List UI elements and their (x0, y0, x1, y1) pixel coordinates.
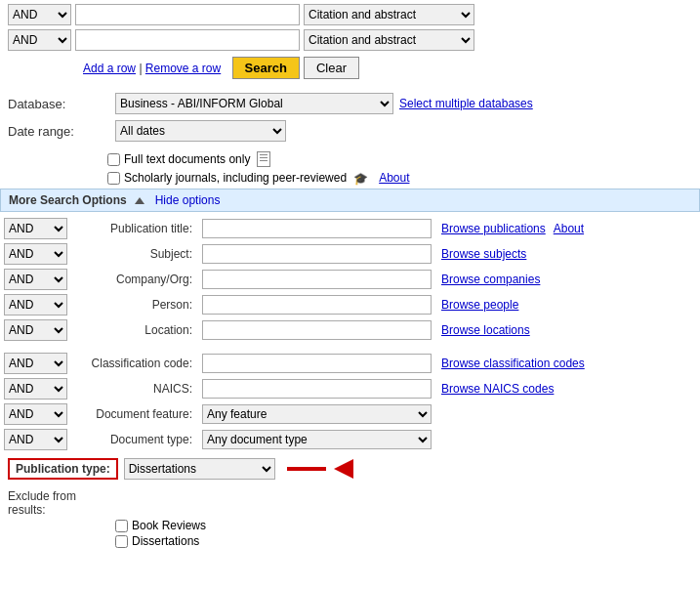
subject-input[interactable] (202, 244, 432, 264)
about-publications-link[interactable]: About (554, 222, 584, 235)
browse-classification-link[interactable]: Browse classification codes (441, 357, 585, 370)
adv-op-pub-title[interactable]: ANDORNOT (4, 218, 67, 239)
search-button[interactable]: Search (232, 57, 300, 79)
browse-naics-link[interactable]: Browse NAICS codes (441, 382, 554, 396)
adv-row-location: ANDORNOT Location: Browse locations (4, 319, 696, 341)
pub-type-select[interactable]: Dissertations All Academic Journals Book… (124, 458, 275, 480)
pub-type-label: Publication type: (8, 458, 118, 480)
operator-select-1[interactable]: ANDORNOT (8, 4, 71, 25)
graduation-icon: 🎓 (353, 172, 369, 184)
adv-op-company[interactable]: ANDORNOT (4, 269, 67, 290)
person-label: Person: (71, 298, 198, 312)
date-range-row: Date range: All dates Last 6 months Last… (8, 120, 692, 142)
hide-options-link[interactable]: Hide options (155, 193, 221, 207)
browse-locations-link[interactable]: Browse locations (441, 323, 530, 337)
adv-row-subject: ANDORNOT Subject: Browse subjects (4, 243, 696, 265)
exclude-book-reviews-row: Book Reviews (8, 519, 692, 532)
pub-title-input[interactable] (202, 219, 432, 238)
remove-row-link[interactable]: Remove a row (145, 62, 221, 75)
top-search-section: ANDORNOT Citation and abstract Abstract … (0, 0, 700, 89)
adv-row-classification: ANDORNOT Classification code: Browse cla… (4, 353, 696, 374)
scholarly-text: Scholarly journals, including peer-revie… (124, 171, 347, 185)
adv-row-doc-type: ANDORNOT Document type: Any document typ… (4, 429, 696, 450)
scholarly-checkbox[interactable] (107, 172, 120, 185)
adv-op-classification[interactable]: ANDORNOT (4, 353, 67, 374)
arrow-head-icon (334, 459, 353, 479)
adv-op-location[interactable]: ANDORNOT (4, 319, 67, 341)
exclude-label: Exclude from results: (8, 489, 115, 517)
company-label: Company/Org: (71, 273, 198, 286)
select-multiple-databases-link[interactable]: Select multiple databases (399, 97, 533, 110)
exclude-dissertations-label: Dissertations (132, 534, 199, 548)
database-label: Database: (8, 97, 115, 111)
adv-row-company: ANDORNOT Company/Org: Browse companies (4, 269, 696, 290)
more-options-bar: More Search Options Hide options (0, 189, 700, 212)
pub-type-row: Publication type: Dissertations All Acad… (8, 458, 692, 480)
adv-op-doc-feature[interactable]: ANDORNOT (4, 403, 67, 425)
person-input[interactable] (202, 295, 432, 315)
full-text-checkbox[interactable] (107, 153, 120, 166)
classification-input[interactable] (202, 354, 432, 373)
arrow-shaft (287, 467, 326, 471)
limit-scholarly-row: Scholarly journals, including peer-revie… (0, 171, 700, 185)
browse-companies-link[interactable]: Browse companies (441, 273, 540, 286)
naics-label: NAICS: (71, 382, 198, 396)
browse-people-link[interactable]: Browse people (441, 298, 518, 312)
field-select-2[interactable]: Citation and abstract Abstract Full text… (304, 29, 474, 51)
adv-op-naics[interactable]: ANDORNOT (4, 378, 67, 400)
adv-op-subject[interactable]: ANDORNOT (4, 243, 67, 265)
doc-feature-select[interactable]: Any feature Charts Graphs (202, 404, 432, 424)
adv-op-doc-type[interactable]: ANDORNOT (4, 429, 67, 450)
search-row-1: ANDORNOT Citation and abstract Abstract … (8, 4, 692, 25)
doc-icon (257, 151, 270, 167)
company-input[interactable] (202, 270, 432, 289)
adv-op-person[interactable]: ANDORNOT (4, 294, 67, 316)
exclude-dissertations-row: Dissertations (8, 534, 692, 548)
full-text-text: Full text documents only (124, 152, 250, 166)
browse-publications-link[interactable]: Browse publications (441, 222, 546, 235)
database-section: Database: Business - ABI/INFORM Global P… (0, 89, 700, 151)
search-row-2: ANDORNOT Citation and abstract Abstract … (8, 29, 692, 51)
classification-label: Classification code: (71, 357, 198, 370)
arrow-indicator (289, 459, 353, 479)
browse-subjects-link[interactable]: Browse subjects (441, 247, 526, 261)
location-label: Location: (71, 323, 198, 337)
operator-select-2[interactable]: ANDORNOT (8, 29, 71, 51)
adv-row-person: ANDORNOT Person: Browse people (4, 294, 696, 316)
exclude-dissertations-checkbox[interactable] (115, 535, 128, 548)
field-select-1[interactable]: Citation and abstract Abstract Full text… (304, 4, 474, 25)
doc-type-label: Document type: (71, 433, 198, 446)
date-range-label: Date range: (8, 124, 115, 139)
more-options-label: More Search Options (9, 193, 127, 207)
add-row-link[interactable]: Add a row (83, 62, 136, 75)
doc-type-select[interactable]: Any document type Article Book (202, 430, 432, 449)
exclude-section: Exclude from results: Book Reviews Disse… (0, 487, 700, 558)
search-input-2[interactable] (75, 29, 300, 51)
subject-label: Subject: (71, 247, 198, 261)
search-input-1[interactable] (75, 4, 300, 25)
date-range-select[interactable]: All dates Last 6 months Last year (115, 120, 286, 142)
clear-button[interactable]: Clear (304, 57, 359, 79)
adv-row-doc-feature: ANDORNOT Document feature: Any feature C… (4, 403, 696, 425)
pub-title-label: Publication title: (71, 222, 198, 235)
full-text-label: Full text documents only (107, 151, 270, 167)
about-scholarly-link[interactable]: About (379, 171, 409, 185)
naics-input[interactable] (202, 379, 432, 399)
exclude-book-reviews-checkbox[interactable] (115, 520, 128, 532)
database-row: Database: Business - ABI/INFORM Global P… (8, 93, 692, 114)
triangle-up-icon (135, 197, 144, 204)
row-actions: Add a row | Remove a row Search Clear (8, 55, 692, 85)
limit-full-text-row: Full text documents only (0, 151, 700, 167)
exclude-book-reviews-label: Book Reviews (132, 519, 206, 532)
adv-row-pub-title: ANDORNOT Publication title: Browse publi… (4, 218, 696, 239)
row-action-separator: | (139, 62, 142, 75)
advanced-search-section: ANDORNOT Publication title: Browse publi… (0, 218, 700, 450)
database-select[interactable]: Business - ABI/INFORM Global ProQuest Ce… (115, 93, 393, 114)
scholarly-label: Scholarly journals, including peer-revie… (107, 171, 409, 185)
location-input[interactable] (202, 320, 432, 340)
doc-feature-label: Document feature: (71, 407, 198, 421)
pub-type-section: Publication type: Dissertations All Acad… (0, 454, 700, 487)
adv-row-naics: ANDORNOT NAICS: Browse NAICS codes (4, 378, 696, 400)
search-buttons: Search Clear (232, 57, 359, 79)
exclude-header-row: Exclude from results: (8, 489, 692, 517)
